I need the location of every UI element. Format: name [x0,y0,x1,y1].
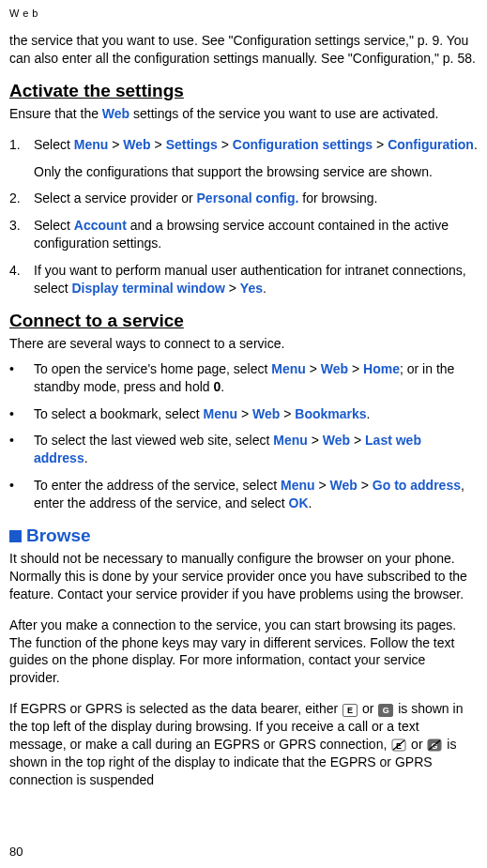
e-suspended-icon: E [391,739,406,752]
menu-link: Menu [204,406,238,421]
web-link: Web [102,106,129,121]
text: . [367,406,371,421]
ok-link: OK [289,495,309,510]
text: . [84,450,88,465]
numbered-list: 1. Select Menu > Web > Settings > Config… [9,136,478,297]
text: > [237,406,252,421]
web-link: Web [123,137,150,152]
bookmarks-link: Bookmarks [295,406,366,421]
bullet-item: • To select a bookmark, select Menu > We… [9,405,478,423]
menu-link: Menu [74,137,109,152]
item-number: 3. [9,217,34,252]
browse-p1: It should not be necessary to manually c… [9,550,478,603]
bullet-content: To select a bookmark, select Menu > Web … [34,405,478,423]
item-content: Select Menu > Web > Settings > Configura… [34,136,478,154]
text: > [358,478,373,493]
personal-config-link: Personal config. [197,190,299,206]
text: . [309,495,312,510]
browse-p3: If EGPRS or GPRS is selected as the data… [9,700,478,788]
intro-paragraph: the service that you want to use. See "C… [9,32,478,68]
text: or [407,737,426,752]
text: . [474,137,478,152]
text: To select the last viewed web site, sele… [34,433,273,448]
activate-settings-intro: Ensure that the Web settings of the serv… [9,105,478,123]
web-link: Web [321,361,348,376]
text: > [350,433,365,448]
text: > [108,137,123,152]
text: for browsing. [298,190,377,206]
bullet-item: • To enter the address of the service, s… [9,477,478,512]
text: or [358,701,377,716]
text: To enter the address of the service, sel… [34,478,281,493]
text: > [315,478,330,493]
browse-label: Browse [26,525,91,546]
text: To open the service's home page, select [34,361,271,376]
subtext: Only the configurations that support the… [34,163,478,181]
connect-intro: There are several ways to connect to a s… [9,335,478,353]
browse-p2: After you make a connection to the servi… [9,617,478,688]
list-item: 2. Select a service provider or Personal… [9,190,478,207]
text: > [218,137,233,152]
bullet-icon: • [9,477,34,512]
item-number: 1. [9,136,34,154]
text: > [348,361,363,376]
text: . [263,281,266,296]
e-indicator-icon: E [342,704,358,717]
text: Ensure that the [9,106,102,121]
display-terminal-window-link: Display terminal window [71,281,224,296]
menu-link: Menu [271,361,306,376]
activate-settings-heading: Activate the settings [9,81,478,101]
item-number: 2. [9,190,34,207]
text: Select a service provider or [34,190,197,206]
list-item: 1. Select Menu > Web > Settings > Config… [9,136,478,154]
configsettings-link: Configuration settings [233,137,373,152]
settings-link: Settings [166,137,218,152]
item-content: Select Account and a browsing service ac… [34,217,478,252]
list-item: 4. If you want to perform manual user au… [9,262,478,297]
text: Select [34,218,74,233]
bullet-icon: • [9,432,34,467]
square-icon [9,530,22,542]
text: settings of the service you want to use … [129,106,438,121]
bullet-content: To select the last viewed web site, sele… [34,432,478,467]
bullet-content: To open the service's home page, select … [34,360,478,396]
g-indicator-icon: G [378,704,393,717]
item-content: Select a service provider or Personal co… [34,190,478,207]
page-header: Web [9,8,478,19]
bullet-item: • To select the last viewed web site, se… [9,432,478,467]
text: > [308,433,323,448]
web-link: Web [323,433,350,448]
bullet-icon: • [9,360,34,396]
home-link: Home [363,361,400,376]
item-number: 4. [9,262,34,297]
text: > [225,281,240,296]
page-number: 80 [9,845,23,859]
gotoaddress-link: Go to address [373,478,461,493]
text: If EGPRS or GPRS is selected as the data… [9,701,342,716]
bullet-icon: • [9,405,34,423]
web-link: Web [330,478,358,493]
text: > [280,406,295,421]
menu-link: Menu [281,478,315,493]
text: Select [34,137,74,152]
text: > [151,137,166,152]
text: To select a bookmark, select [34,406,204,421]
item-content: If you want to perform manual user authe… [34,262,478,297]
connect-service-heading: Connect to a service [9,311,478,331]
list-item: 3. Select Account and a browsing service… [9,217,478,252]
menu-link: Menu [273,433,308,448]
account-link: Account [74,218,127,233]
yes-link: Yes [240,281,263,296]
g-suspended-icon: G [427,739,442,752]
browse-heading: Browse [9,525,478,546]
bullet-content: To enter the address of the service, sel… [34,477,478,512]
text: > [306,361,321,376]
web-link: Web [252,406,280,421]
text: . [221,379,224,394]
configuration-link: Configuration [388,137,474,152]
bullet-item: • To open the service's home page, selec… [9,360,478,396]
text: > [373,137,388,152]
